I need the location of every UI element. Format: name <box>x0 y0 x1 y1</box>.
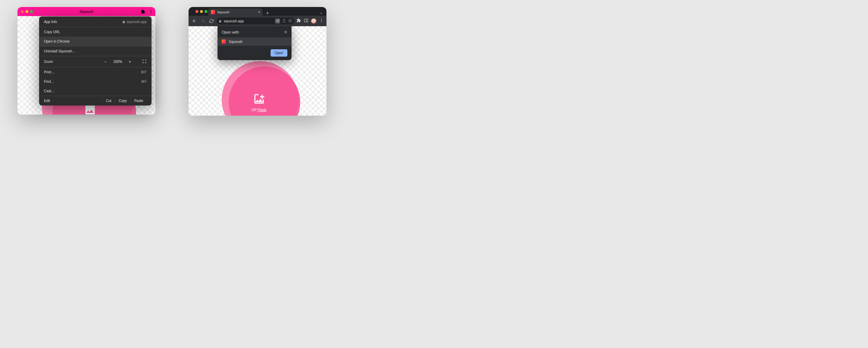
tab-title: Squoosh <box>217 10 230 14</box>
url-text: squoosh.app <box>224 19 273 23</box>
forward-icon[interactable] <box>200 18 206 24</box>
menu-label: App Info <box>44 20 122 24</box>
svg-point-1 <box>150 11 151 12</box>
browser-toolbar: squoosh.app <box>189 16 326 26</box>
svg-marker-3 <box>288 19 292 22</box>
tab-strip: Squoosh ✕ + <box>189 7 326 16</box>
menu-find[interactable]: Find… ⌘F <box>39 77 152 86</box>
extensions-icon[interactable] <box>141 9 145 14</box>
app-icon <box>222 39 226 44</box>
shortcut-label: ⌘F <box>141 80 147 84</box>
fullscreen-icon[interactable] <box>142 59 147 64</box>
browser-tab[interactable]: Squoosh ✕ <box>208 8 263 16</box>
menu-print[interactable]: Print… ⌘P <box>39 67 152 77</box>
menu-copy[interactable]: Copy <box>115 99 130 103</box>
drop-area[interactable]: OR Paste <box>251 93 266 112</box>
new-tab-button[interactable]: + <box>263 10 272 16</box>
open-button[interactable]: Open <box>271 49 287 57</box>
close-window-button[interactable] <box>196 10 198 13</box>
sidepanel-icon[interactable] <box>304 18 308 24</box>
profile-avatar[interactable] <box>311 19 316 24</box>
chrome-menu-icon[interactable] <box>319 18 324 24</box>
menu-paste[interactable]: Paste <box>130 99 147 103</box>
zoom-in-button[interactable]: + <box>125 59 135 64</box>
open-with-item-label: Squoosh <box>229 40 242 44</box>
svg-point-7 <box>321 20 322 21</box>
svg-point-0 <box>150 10 151 10</box>
open-pwa-icon[interactable] <box>275 19 280 23</box>
menu-cut[interactable]: Cut <box>102 99 115 103</box>
zoom-out-button[interactable]: − <box>100 59 111 64</box>
drop-hint: OR Paste <box>251 108 266 112</box>
extensions-icon[interactable] <box>296 18 301 24</box>
omnibox[interactable]: squoosh.app <box>216 17 294 24</box>
chrome-window: Squoosh ✕ + squoosh.app <box>189 7 326 116</box>
menu-domain: squoosh.app <box>122 20 147 24</box>
menu-open-in-chrome[interactable]: Open in Chrome <box>39 37 152 46</box>
lock-icon <box>219 20 222 23</box>
svg-point-6 <box>321 19 322 20</box>
chrome-frame: Squoosh ✕ + squoosh.app <box>189 7 326 26</box>
open-with-title: Open with <box>222 30 284 34</box>
menu-zoom: Zoom − 100% + <box>39 56 152 67</box>
reload-icon[interactable] <box>208 18 214 24</box>
app-menu-popup: App Info squoosh.app Copy URL Open in Ch… <box>39 16 152 106</box>
tab-dropdown-icon[interactable] <box>319 12 323 16</box>
pwa-titlebar: Squoosh <box>17 7 155 16</box>
open-with-item[interactable]: Squoosh <box>218 37 292 46</box>
shortcut-label: ⌘P <box>141 70 147 74</box>
bookmark-star-icon[interactable] <box>288 19 292 23</box>
tab-close-icon[interactable]: ✕ <box>258 10 260 14</box>
pwa-title: Squoosh <box>17 10 155 14</box>
close-icon[interactable]: ✕ <box>284 30 287 35</box>
paste-link[interactable]: Paste <box>258 108 267 112</box>
minimize-window-button[interactable] <box>200 10 203 13</box>
traffic-lights <box>196 10 207 13</box>
chrome-content: OR Paste Open with ✕ Squoosh Open <box>189 26 326 116</box>
svg-point-2 <box>150 13 151 13</box>
share-icon[interactable] <box>282 19 286 23</box>
zoom-value: 100% <box>111 60 125 64</box>
favicon-icon <box>211 10 215 14</box>
menu-copy-url[interactable]: Copy URL <box>39 27 152 37</box>
menu-edit-row: Edit Cut Copy Paste <box>39 96 152 106</box>
menu-app-info[interactable]: App Info squoosh.app <box>39 16 152 27</box>
back-icon[interactable] <box>191 18 198 24</box>
image-add-icon <box>253 93 265 105</box>
fullscreen-window-button[interactable] <box>205 10 207 13</box>
svg-rect-4 <box>304 19 308 22</box>
lock-icon <box>122 20 125 23</box>
open-with-popup: Open with ✕ Squoosh Open <box>218 26 292 60</box>
menu-uninstall[interactable]: Uninstall Squoosh… <box>39 46 152 56</box>
svg-point-8 <box>321 21 322 22</box>
app-menu-icon[interactable] <box>149 9 153 14</box>
menu-cast[interactable]: Cast… <box>39 86 152 96</box>
